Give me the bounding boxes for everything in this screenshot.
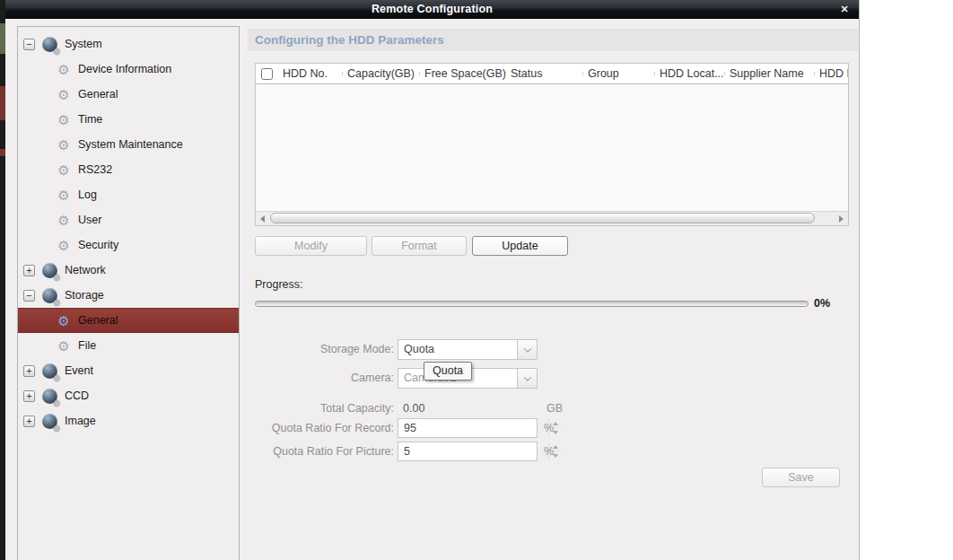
- table-header-row: HDD No. Capacity(GB) Free Space(GB) Stat…: [256, 64, 848, 84]
- ccd-icon: ⚙: [42, 389, 57, 404]
- storage-mode-dropdown-button[interactable]: [517, 340, 537, 359]
- tree-item-network[interactable]: + ⚙ Network: [18, 258, 239, 283]
- expand-icon[interactable]: +: [23, 390, 35, 402]
- image-icon: ⚙: [42, 414, 57, 429]
- gear-icon: ⚙: [57, 214, 71, 227]
- expand-icon[interactable]: +: [23, 365, 35, 377]
- chevron-down-icon: [523, 345, 530, 352]
- tree-item-label: System Maintenance: [78, 138, 183, 151]
- quota-record-unit: %: [544, 418, 554, 438]
- tree-item-label: General: [78, 314, 118, 327]
- tree-item-file[interactable]: ⚙ File: [18, 333, 239, 358]
- tree-item-label: Storage: [65, 289, 104, 302]
- modify-button[interactable]: Modify: [255, 236, 367, 256]
- camera-dropdown-button[interactable]: [517, 369, 537, 388]
- column-header-status[interactable]: Status: [505, 67, 582, 80]
- collapse-icon[interactable]: −: [23, 290, 35, 302]
- total-capacity-value: 0.00: [403, 398, 424, 419]
- storage-mode-label: Storage Mode:: [230, 339, 394, 360]
- column-header-free-space[interactable]: Free Space(GB): [419, 67, 505, 80]
- column-header-group[interactable]: Group: [582, 67, 654, 80]
- gear-icon: ⚙: [53, 298, 61, 308]
- scroll-left-button[interactable]: [256, 213, 269, 225]
- quota-picture-unit: %: [544, 442, 554, 461]
- column-header-hdd-no[interactable]: HDD No.: [277, 67, 342, 80]
- gear-icon: ⚙: [57, 138, 71, 152]
- gear-icon: ⚙: [57, 339, 71, 353]
- tree-item-event[interactable]: + ⚙ Event: [18, 358, 239, 383]
- column-header-hdd-mode[interactable]: HDD Mode: [814, 67, 848, 80]
- gear-icon: ⚙: [53, 373, 61, 383]
- gear-icon: ⚙: [57, 188, 71, 202]
- gear-icon: ⚙: [57, 113, 71, 127]
- close-icon[interactable]: ✕: [837, 3, 852, 16]
- tree-item-device-information[interactable]: ⚙ Device Information: [18, 57, 239, 82]
- scroll-right-button[interactable]: [835, 213, 848, 225]
- storage-icon: ⚙: [42, 288, 57, 303]
- titlebar: Remote Configuration ✕: [5, 0, 859, 19]
- gear-icon: ⚙: [57, 63, 71, 76]
- tree-item-general[interactable]: ⚙ General: [18, 82, 239, 107]
- tree-item-system[interactable]: − ⚙ System: [18, 31, 239, 57]
- tree-item-image[interactable]: + ⚙ Image: [18, 408, 239, 433]
- select-all-cell: [256, 68, 277, 80]
- tree-item-rs232[interactable]: ⚙ RS232: [18, 157, 239, 182]
- quota-picture-input[interactable]: [398, 442, 548, 460]
- tree-item-label: Network: [65, 264, 106, 276]
- hdd-table: HDD No. Capacity(GB) Free Space(GB) Stat…: [255, 63, 849, 226]
- tree-item-label: CCD: [65, 389, 89, 402]
- quota-record-field: [398, 418, 538, 438]
- right-arrow-icon: [839, 215, 844, 223]
- tree-item-security[interactable]: ⚙ Security: [18, 232, 239, 258]
- progress-bar: [255, 301, 809, 307]
- save-button[interactable]: Save: [762, 468, 840, 487]
- quota-picture-label: Quota Ratio For Picture:: [230, 442, 394, 461]
- tree-item-storage[interactable]: − ⚙ Storage: [18, 283, 239, 308]
- column-header-capacity[interactable]: Capacity(GB): [342, 67, 419, 80]
- tree-item-label: Log: [78, 188, 97, 201]
- gear-icon: ⚙: [57, 314, 71, 328]
- tree-item-label: Time: [78, 113, 102, 126]
- tree-item-log[interactable]: ⚙ Log: [18, 182, 239, 207]
- column-header-supplier-name[interactable]: Supplier Name: [724, 67, 814, 80]
- select-all-checkbox[interactable]: [261, 68, 273, 80]
- gear-icon: ⚙: [53, 47, 61, 57]
- tree-item-storage-general-selected[interactable]: ⚙ General: [18, 308, 239, 333]
- gear-icon: ⚙: [57, 88, 71, 101]
- progress-label: Progress:: [255, 278, 303, 291]
- scrollbar-thumb[interactable]: [270, 213, 815, 223]
- left-arrow-icon: [260, 215, 265, 223]
- window-title: Remote Configuration: [5, 3, 859, 15]
- camera-label: Camera:: [230, 368, 394, 389]
- gear-icon: ⚙: [53, 398, 61, 408]
- collapse-icon[interactable]: −: [23, 39, 35, 50]
- tree-item-user[interactable]: ⚙ User: [18, 207, 239, 232]
- tree-item-label: User: [78, 214, 101, 226]
- tree-item-label: System: [65, 38, 102, 50]
- tree-item-label: Security: [78, 239, 118, 251]
- tree-item-system-maintenance[interactable]: ⚙ System Maintenance: [18, 132, 239, 157]
- total-capacity-unit: GB: [546, 398, 563, 419]
- settings-tree: − ⚙ System ⚙ Device Information ⚙ Genera…: [17, 26, 240, 560]
- tree-item-label: Event: [65, 364, 93, 377]
- tree-item-ccd[interactable]: + ⚙ CCD: [18, 383, 239, 408]
- network-icon: ⚙: [42, 263, 57, 278]
- quota-record-input[interactable]: [398, 419, 548, 437]
- expand-icon[interactable]: +: [23, 265, 35, 276]
- gear-icon: ⚙: [57, 239, 71, 252]
- tree-item-label: Device Information: [78, 63, 171, 75]
- gear-icon: ⚙: [53, 273, 61, 283]
- gear-icon: ⚙: [57, 163, 71, 177]
- gear-icon: ⚙: [53, 424, 61, 433]
- update-button[interactable]: Update: [472, 236, 568, 256]
- format-button[interactable]: Format: [372, 236, 467, 256]
- quota-record-label: Quota Ratio For Record:: [230, 418, 394, 438]
- storage-mode-select[interactable]: Quota: [398, 339, 538, 360]
- column-header-hdd-location[interactable]: HDD Locat...: [654, 67, 724, 80]
- quota-picture-field: [398, 442, 538, 461]
- quota-tooltip: Quota: [424, 362, 472, 381]
- total-capacity-label: Total Capacity:: [230, 398, 394, 419]
- tree-item-time[interactable]: ⚙ Time: [18, 107, 239, 132]
- horizontal-scrollbar[interactable]: [256, 211, 848, 225]
- expand-icon[interactable]: +: [23, 416, 35, 427]
